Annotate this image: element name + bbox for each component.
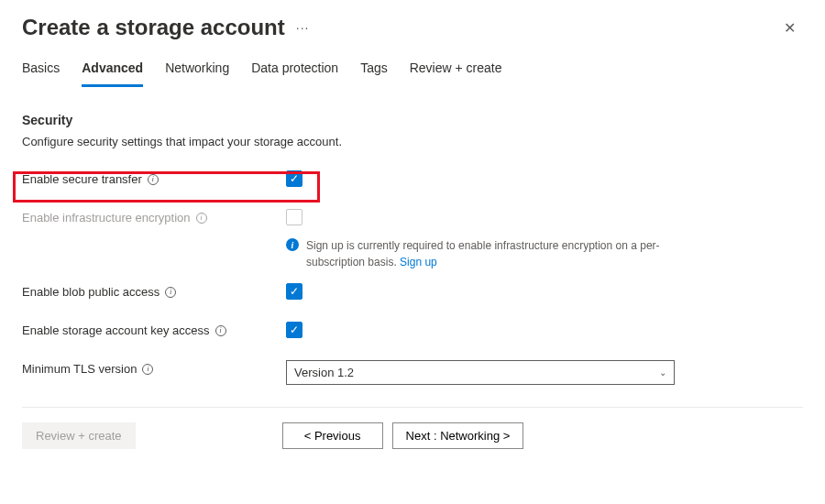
- tab-tags[interactable]: Tags: [360, 60, 388, 87]
- checkbox-blob-public-access[interactable]: ✓: [286, 283, 302, 300]
- info-icon[interactable]: i: [165, 287, 176, 298]
- checkbox-infrastructure-encryption: [286, 209, 302, 225]
- section-description: Configure security settings that impact …: [22, 135, 803, 148]
- select-tls-value: Version 1.2: [294, 366, 354, 379]
- info-icon[interactable]: i: [148, 174, 159, 185]
- checkbox-secure-transfer[interactable]: ✓: [286, 170, 302, 187]
- next-button[interactable]: Next : Networking >: [392, 422, 524, 449]
- label-secure-transfer: Enable secure transfer: [22, 172, 142, 186]
- more-menu-icon[interactable]: ···: [296, 20, 310, 35]
- close-icon[interactable]: ✕: [776, 16, 803, 40]
- wizard-tabs: Basics Advanced Networking Data protecti…: [0, 40, 825, 87]
- infra-encryption-info-text: Sign up is currently required to enable …: [306, 237, 675, 270]
- checkbox-key-access[interactable]: ✓: [286, 322, 302, 338]
- checkmark-icon: ✓: [290, 173, 299, 184]
- checkmark-icon: ✓: [290, 286, 299, 297]
- review-create-button: Review + create: [22, 422, 136, 449]
- select-tls-version[interactable]: Version 1.2 ⌄: [286, 360, 675, 385]
- info-icon[interactable]: i: [196, 213, 207, 224]
- previous-button[interactable]: < Previous: [282, 422, 383, 449]
- label-blob-public-access: Enable blob public access: [22, 285, 160, 299]
- info-icon[interactable]: i: [215, 325, 226, 336]
- signup-link[interactable]: Sign up: [400, 256, 437, 268]
- info-icon[interactable]: i: [142, 364, 153, 375]
- section-heading-security: Security: [22, 113, 803, 127]
- label-tls-version: Minimum TLS version: [22, 362, 137, 376]
- label-key-access: Enable storage account key access: [22, 323, 210, 337]
- tab-advanced[interactable]: Advanced: [82, 60, 143, 87]
- checkmark-icon: ✓: [290, 324, 299, 335]
- page-title: Create a storage account: [22, 15, 285, 40]
- tab-basics[interactable]: Basics: [22, 60, 60, 87]
- chevron-down-icon: ⌄: [659, 367, 666, 378]
- label-infrastructure-encryption: Enable infrastructure encryption: [22, 211, 191, 225]
- tab-networking[interactable]: Networking: [165, 60, 229, 87]
- info-badge-icon: i: [286, 238, 299, 251]
- tab-review-create[interactable]: Review + create: [410, 60, 502, 87]
- tab-data-protection[interactable]: Data protection: [251, 60, 338, 87]
